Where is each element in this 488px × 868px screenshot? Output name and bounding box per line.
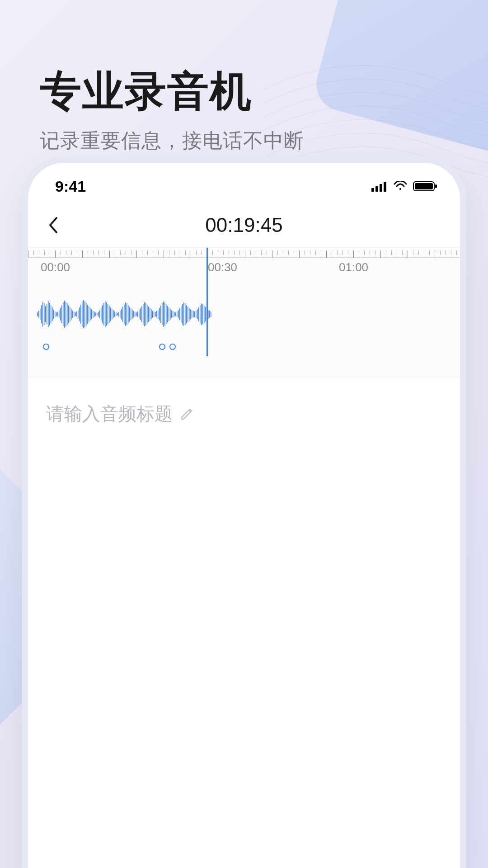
svg-rect-107 xyxy=(173,311,174,317)
svg-rect-45 xyxy=(89,307,89,322)
svg-rect-131 xyxy=(205,307,206,321)
svg-rect-120 xyxy=(190,309,191,319)
svg-rect-34 xyxy=(74,312,75,316)
svg-rect-111 xyxy=(178,310,179,318)
svg-rect-84 xyxy=(141,306,142,322)
phone-mockup: 9:41 00:19:4 xyxy=(28,163,460,868)
svg-rect-8 xyxy=(38,311,39,318)
svg-rect-25 xyxy=(61,305,62,323)
svg-rect-64 xyxy=(114,311,115,317)
promo-title: 专业录音机 xyxy=(40,63,304,119)
marker-dot[interactable] xyxy=(159,344,165,350)
svg-rect-9 xyxy=(40,309,41,320)
svg-rect-126 xyxy=(198,307,199,321)
waveform-display xyxy=(28,276,460,353)
svg-rect-33 xyxy=(72,311,73,318)
svg-rect-114 xyxy=(182,304,183,325)
svg-rect-20 xyxy=(55,311,56,317)
svg-rect-54 xyxy=(101,308,102,321)
marker-dot[interactable] xyxy=(43,344,49,350)
audio-waveform xyxy=(37,285,213,344)
svg-rect-88 xyxy=(147,305,148,324)
svg-rect-73 xyxy=(127,303,127,325)
marker-dot[interactable] xyxy=(169,344,176,350)
svg-rect-71 xyxy=(124,304,125,324)
wifi-icon xyxy=(393,181,408,192)
svg-rect-90 xyxy=(150,308,150,321)
svg-rect-50 xyxy=(95,312,96,316)
svg-rect-118 xyxy=(188,307,188,322)
svg-rect-95 xyxy=(156,311,157,317)
svg-rect-5 xyxy=(415,183,433,189)
svg-rect-112 xyxy=(179,308,180,320)
svg-rect-65 xyxy=(116,312,117,316)
time-label: 01:00 xyxy=(339,260,368,274)
svg-rect-42 xyxy=(84,301,85,327)
svg-rect-130 xyxy=(204,306,205,323)
playhead-indicator[interactable] xyxy=(206,248,208,356)
svg-rect-44 xyxy=(87,305,88,324)
svg-rect-89 xyxy=(148,307,149,322)
battery-icon xyxy=(413,181,437,192)
svg-rect-27 xyxy=(64,301,65,328)
svg-rect-16 xyxy=(49,303,50,326)
svg-rect-98 xyxy=(160,306,161,323)
svg-rect-18 xyxy=(52,307,53,321)
svg-rect-19 xyxy=(53,310,54,319)
svg-rect-117 xyxy=(186,305,187,323)
svg-rect-66 xyxy=(117,313,118,316)
svg-rect-61 xyxy=(110,307,111,321)
svg-rect-83 xyxy=(140,308,141,320)
status-time: 9:41 xyxy=(55,178,86,195)
svg-rect-135 xyxy=(211,311,211,317)
svg-rect-37 xyxy=(78,310,79,319)
svg-rect-125 xyxy=(197,309,198,319)
svg-rect-60 xyxy=(109,306,110,323)
svg-rect-51 xyxy=(97,313,98,316)
svg-rect-109 xyxy=(175,312,176,316)
svg-rect-104 xyxy=(169,307,169,321)
status-bar: 9:41 xyxy=(28,163,460,203)
title-input-area[interactable]: 请输入音频标题 xyxy=(28,379,460,449)
svg-rect-28 xyxy=(66,302,66,327)
svg-rect-97 xyxy=(159,308,160,321)
svg-rect-1 xyxy=(375,186,378,192)
svg-rect-15 xyxy=(48,301,49,327)
svg-rect-86 xyxy=(144,302,145,326)
svg-rect-102 xyxy=(166,304,167,324)
svg-rect-12 xyxy=(44,303,45,325)
svg-rect-3 xyxy=(384,182,386,192)
svg-rect-105 xyxy=(170,309,171,320)
svg-rect-79 xyxy=(135,312,136,316)
svg-rect-47 xyxy=(91,309,92,319)
svg-rect-0 xyxy=(371,188,374,192)
svg-rect-74 xyxy=(128,305,129,323)
svg-rect-35 xyxy=(75,312,76,316)
svg-rect-123 xyxy=(194,311,195,317)
svg-rect-134 xyxy=(209,311,210,318)
svg-rect-77 xyxy=(132,310,133,319)
svg-rect-31 xyxy=(70,307,70,321)
svg-rect-110 xyxy=(177,311,178,317)
svg-rect-30 xyxy=(68,305,69,323)
promo-header: 专业录音机 记录重要信息，接电话不中断 xyxy=(40,63,304,154)
svg-rect-13 xyxy=(45,307,46,322)
svg-rect-101 xyxy=(164,302,165,326)
recording-timer: 00:19:45 xyxy=(42,214,446,236)
svg-rect-38 xyxy=(79,307,80,321)
svg-rect-43 xyxy=(86,303,87,326)
waveform-area[interactable]: 00:00 00:30 01:00 xyxy=(28,248,460,379)
time-labels: 00:00 00:30 01:00 xyxy=(28,258,460,276)
svg-rect-119 xyxy=(189,308,190,321)
status-icons xyxy=(371,181,437,192)
svg-rect-29 xyxy=(67,303,68,325)
svg-rect-57 xyxy=(105,301,106,327)
svg-rect-113 xyxy=(181,306,182,322)
svg-rect-53 xyxy=(99,310,100,318)
svg-rect-116 xyxy=(185,303,186,325)
svg-rect-41 xyxy=(83,300,84,328)
svg-rect-22 xyxy=(57,312,58,316)
svg-rect-80 xyxy=(136,312,137,316)
svg-rect-10 xyxy=(41,305,42,323)
svg-rect-21 xyxy=(56,312,57,316)
